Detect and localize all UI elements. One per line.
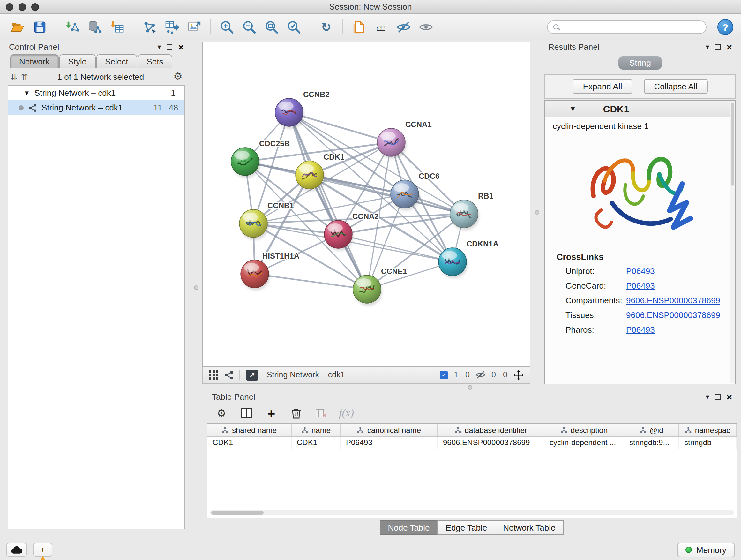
zoom-in-button[interactable] [217,17,236,37]
memory-button[interactable]: Memory [677,543,735,557]
network-canvas[interactable]: CCNB2CCNA1CDC25BCDK1CDC6RB1CCNB1CCNA2CDK… [202,42,530,367]
node-count: 11 [151,103,162,112]
network-row[interactable]: String Network – cdk1 11 48 [8,100,185,115]
minimize-window-button[interactable] [18,3,26,11]
network-collection-row[interactable]: ▼ String Network – cdk1 1 [8,85,185,100]
gear-icon: ⚙ [217,408,226,419]
hidden-eye-icon[interactable] [475,370,486,380]
import-network-database-button[interactable] [85,17,104,37]
panel-menu-icon[interactable]: ▾ [157,43,161,50]
network-overview-icon[interactable] [224,370,233,380]
tab-string[interactable]: String [618,56,662,70]
expand-collapse-bar: Expand All Collapse All [544,74,736,99]
panel-menu-icon[interactable]: ▾ [705,393,709,400]
delete-column-button[interactable] [289,406,303,420]
tab-network[interactable]: Network [10,54,58,68]
network-selection-bar: ⇊ ⇈ 1 of 1 Network selected ⚙ [4,68,189,85]
selected-checkbox-icon[interactable]: ✓ [440,371,448,379]
import-network-file-button[interactable] [63,17,82,37]
collection-caret-icon[interactable]: ▼ [23,89,30,97]
save-session-button[interactable] [30,17,49,37]
show-columns-button[interactable] [239,406,253,420]
tab-edge-table[interactable]: Edge Table [437,520,495,535]
float-panel-icon[interactable] [166,44,172,50]
close-panel-icon[interactable]: × [178,42,184,51]
zoom-window-button[interactable] [31,3,39,11]
show-graphics-details-button[interactable]: ⌂⌂ [372,17,391,37]
network-node-CCNB1[interactable]: CCNB1 [239,201,294,240]
warnings-button[interactable]: ! [33,543,52,557]
table-options-gear-button[interactable]: ⚙ [214,406,228,420]
compartments-link[interactable]: 9606.ENSP00000378699 [626,296,720,305]
network-node-CDK1[interactable]: CDK1 [295,152,344,192]
open-session-button[interactable] [8,17,27,37]
column-header[interactable]: description [544,424,624,436]
splitter-handle[interactable] [468,385,472,389]
tab-select[interactable]: Select [96,54,137,68]
close-panel-icon[interactable]: × [726,42,732,51]
network-graph[interactable]: CCNB2CCNA1CDC25BCDK1CDC6RB1CCNB1CCNA2CDK… [203,42,530,366]
toolbar-separator [133,19,133,35]
uniprot-link[interactable]: P06493 [626,266,655,276]
hide-selected-button[interactable] [394,17,413,37]
export-image-button[interactable] [185,17,204,37]
tab-node-table[interactable]: Node Table [380,520,438,535]
open-recent-file-button[interactable] [349,17,368,37]
genecard-link[interactable]: P06493 [626,281,655,291]
birds-eye-view-icon[interactable] [209,370,218,380]
tissues-link[interactable]: 9606.ENSP00000378699 [626,310,720,320]
close-window-button[interactable] [6,3,13,11]
expand-all-icon[interactable]: ⇈ [21,72,28,81]
float-panel-icon[interactable] [715,44,721,50]
show-all-button[interactable] [416,17,435,37]
network-options-gear-icon[interactable]: ⚙ [173,71,183,82]
column-header[interactable]: @id [624,424,679,436]
column-header[interactable]: shared name [207,424,292,436]
network-node-CDKN1A[interactable]: CDKN1A [439,240,498,278]
zoom-selected-button[interactable] [284,17,303,37]
column-header[interactable]: canonical name [341,424,438,436]
pan-tool-icon[interactable] [513,369,524,380]
zoom-fit-button[interactable] [262,17,281,37]
table-horizontal-scrollbar[interactable] [210,510,734,515]
splitter-handle[interactable] [535,210,539,214]
network-node-CCNE1[interactable]: CCNE1 [353,267,407,306]
tab-network-table[interactable]: Network Table [495,520,563,535]
network-node-CDC25B[interactable]: CDC25B [231,139,290,178]
column-header[interactable]: namespac [679,424,737,436]
splitter-handle[interactable] [194,286,199,290]
expand-all-button[interactable]: Expand All [573,79,632,94]
section-caret-icon[interactable]: ▼ [569,105,576,112]
pharos-link[interactable]: P06493 [626,325,655,334]
results-scrollbar[interactable] [730,102,735,383]
import-table-file-button[interactable] [107,17,126,37]
export-network-button[interactable]: ↗ [246,369,259,380]
column-header[interactable]: name [292,424,341,436]
column-header[interactable]: database identifier [438,424,544,436]
node-label-CDK1: CDK1 [324,152,344,161]
network-edge[interactable] [289,112,391,142]
panel-menu-icon[interactable]: ▾ [705,43,709,50]
help-button[interactable]: ? [718,19,733,35]
cloud-sync-button[interactable] [6,543,27,557]
tab-sets[interactable]: Sets [138,54,172,68]
network-node-CCNB2[interactable]: CCNB2 [275,90,330,129]
network-node-RB1[interactable]: RB1 [450,192,493,231]
search-input[interactable] [563,22,700,31]
float-panel-icon[interactable] [715,394,721,399]
network-node-HIST1H1A[interactable]: HIST1H1A [241,252,299,291]
search-field[interactable] [547,20,706,34]
zoom-out-button[interactable] [239,17,259,37]
refresh-view-button[interactable]: ↻ [317,17,336,37]
close-panel-icon[interactable]: × [726,392,732,401]
add-column-button[interactable]: + [264,406,278,420]
network-edge[interactable] [255,274,367,289]
table-row[interactable]: CDK1 CDK1 P06493 9606.ENSP00000378699 cy… [207,437,737,449]
network-node-CCNA1[interactable]: CCNA1 [377,120,432,159]
new-network-from-selection-button[interactable] [140,17,159,37]
collapse-all-button[interactable]: Collapse All [644,79,708,94]
collapse-all-icon[interactable]: ⇊ [10,72,17,81]
protein-section-header[interactable]: ▼ CDK1 [545,101,735,118]
network-from-table-button[interactable] [162,17,181,37]
tab-style[interactable]: Style [59,54,95,68]
